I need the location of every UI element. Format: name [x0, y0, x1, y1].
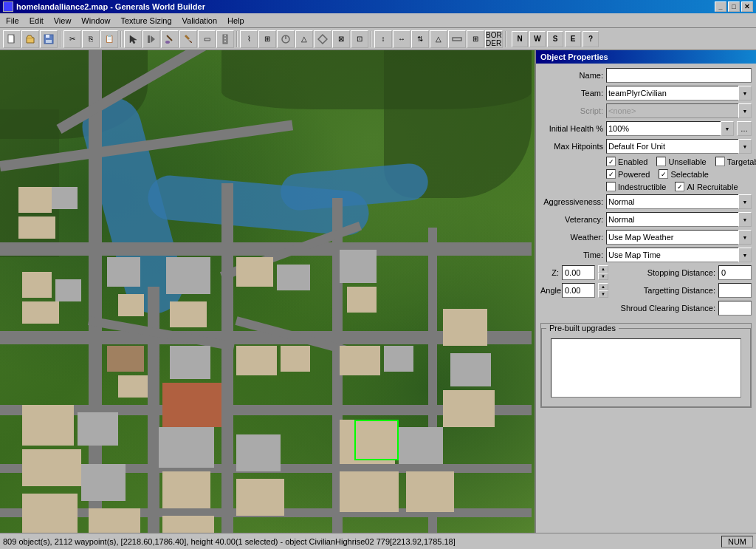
veterancy-select[interactable]: Normal Veteran Elite Heroic	[606, 212, 752, 227]
health-select[interactable]: 100% 75% 50% 25%	[606, 121, 734, 136]
upgrades-group: Pre-built upgrades	[540, 323, 752, 408]
team-select[interactable]: teamPlyrCivilian teamPlayer1 teamPlayer2	[606, 86, 752, 100]
aggressiveness-select[interactable]: Normal Aggressive Passive Alert	[606, 194, 752, 209]
paste-button[interactable]: 📋	[100, 30, 118, 48]
compass-w[interactable]: W	[529, 31, 546, 47]
map-view[interactable]	[0, 50, 535, 533]
tool-3[interactable]	[277, 30, 295, 48]
compass-n[interactable]: N	[512, 31, 528, 47]
powered-checkbox[interactable]	[606, 169, 616, 179]
app-icon	[3, 1, 13, 12]
tool-2[interactable]: ⊞	[258, 30, 276, 48]
toolbar: ✂ ⎘ 📋 ▭ ⌇ ⊞ △ ⊠ ⊡ ↕ ↔ ⇅ △ ⊞ BOR DER N W …	[0, 28, 756, 50]
tool-14[interactable]: BOR DER	[485, 30, 503, 48]
title-bar: homelandalliance2.map - Generals World B…	[0, 0, 756, 13]
toolbar-sep-5	[505, 31, 506, 47]
veterancy-select-wrapper: Normal Veteran Elite Heroic ▼	[606, 212, 752, 227]
menu-edit[interactable]: Edit	[25, 15, 48, 27]
selectable-checkbox[interactable]	[659, 169, 668, 179]
window-title: homelandalliance2.map - Generals World B…	[16, 2, 715, 11]
road-button[interactable]	[216, 30, 234, 48]
angle-input[interactable]	[562, 283, 595, 298]
powered-label: Powered	[618, 170, 650, 179]
enabled-checkbox-item: Enabled	[606, 157, 647, 166]
select-button[interactable]	[124, 30, 142, 48]
ai-recruitable-checkbox[interactable]	[675, 182, 684, 191]
max-hitpoints-label: Max Hitpoints	[540, 142, 603, 151]
tool-4[interactable]: △	[295, 30, 313, 48]
paint-brush-button[interactable]	[161, 30, 179, 48]
compass-s[interactable]: S	[547, 31, 563, 47]
svg-rect-0	[8, 35, 14, 43]
menu-view[interactable]: View	[49, 15, 76, 27]
enabled-label: Enabled	[618, 157, 647, 166]
panel-content: Name: Team: teamPlyrCivilian teamPlayer1…	[536, 64, 756, 415]
angle-down-button[interactable]: ▼	[598, 290, 608, 298]
time-select[interactable]: Use Map Time Day Night Dusk Dawn	[606, 248, 752, 262]
time-label: Time:	[540, 250, 603, 259]
compass-area: N W S E ?	[512, 31, 599, 47]
menu-window[interactable]: Window	[77, 15, 114, 27]
name-input[interactable]	[606, 68, 752, 83]
angle-up-button[interactable]: ▲	[598, 283, 608, 290]
compass-help[interactable]: ?	[583, 31, 599, 47]
targetable-checkbox[interactable]	[715, 157, 725, 166]
save-button[interactable]	[40, 30, 58, 48]
upgrades-box[interactable]	[551, 338, 741, 398]
menu-file[interactable]: File	[1, 15, 24, 27]
object-properties-panel: Object Properties Name: Team: teamPlyrCi…	[535, 50, 756, 533]
checkbox-row-1: Enabled Unsellable Targetable	[606, 157, 752, 166]
shroud-row: Shroud Clearing Distance:	[540, 301, 752, 316]
z-input[interactable]	[562, 265, 595, 280]
fill-button[interactable]	[179, 30, 197, 48]
svg-line-4	[167, 35, 172, 41]
stopping-distance-label: Stopping Distance:	[647, 268, 715, 277]
ai-recruitable-checkbox-item: AI Recruitable	[675, 182, 738, 191]
new-button[interactable]	[3, 30, 21, 48]
tool-8[interactable]: ↕	[374, 30, 392, 48]
tool-13[interactable]: ⊞	[467, 30, 484, 48]
close-button[interactable]: ✕	[741, 1, 753, 12]
hitpoints-select[interactable]: Default For Unit Custom	[606, 139, 752, 154]
tool-6[interactable]: ⊠	[332, 30, 350, 48]
unsellable-checkbox[interactable]	[656, 157, 666, 166]
weather-select[interactable]: Use Map Weather Clear Cloudy Rain Snow	[606, 230, 752, 245]
minimize-button[interactable]: _	[715, 1, 726, 12]
tool-9[interactable]: ↔	[393, 30, 410, 48]
copy-button[interactable]: ⎘	[82, 30, 100, 48]
script-row: Script: <none> ▼	[540, 103, 752, 118]
z-down-button[interactable]: ▼	[598, 273, 608, 280]
svg-rect-3	[46, 40, 52, 43]
menu-texture-sizing[interactable]: Texture Sizing	[116, 15, 176, 27]
health-select-wrapper: 100% 75% 50% 25% ▼	[606, 121, 734, 136]
time-row: Time: Use Map Time Day Night Dusk Dawn ▼	[540, 248, 752, 262]
tool-10[interactable]: ⇅	[411, 30, 429, 48]
compass-e[interactable]: E	[565, 31, 581, 47]
targetting-distance-input[interactable]	[718, 283, 752, 298]
eraser-button[interactable]: ▭	[198, 30, 216, 48]
indestructible-label: Indestructible	[618, 183, 666, 191]
health-extra-button[interactable]: …	[737, 121, 752, 136]
hitpoints-select-wrapper: Default For Unit Custom ▼	[606, 139, 752, 154]
enabled-checkbox[interactable]	[606, 157, 616, 166]
targetting-distance-label: Targetting Distance:	[644, 286, 715, 295]
menu-validation[interactable]: Validation	[178, 15, 222, 27]
weather-row: Weather: Use Map Weather Clear Cloudy Ra…	[540, 230, 752, 245]
tool-5[interactable]	[314, 30, 331, 48]
indestructible-checkbox[interactable]	[606, 182, 616, 191]
stopping-distance-input[interactable]	[718, 265, 752, 280]
maximize-button[interactable]: □	[728, 1, 740, 12]
script-select[interactable]: <none>	[606, 103, 752, 118]
tool-11[interactable]: △	[430, 30, 447, 48]
checkbox-row-3: Indestructible AI Recruitable	[606, 182, 752, 191]
menu-help[interactable]: Help	[223, 15, 249, 27]
tool-12[interactable]	[448, 30, 466, 48]
tool-7[interactable]: ⊡	[351, 30, 368, 48]
shroud-clearing-distance-input[interactable]	[718, 301, 752, 316]
cut-button[interactable]: ✂	[63, 30, 81, 48]
open-button[interactable]	[21, 30, 39, 48]
camera-button[interactable]	[142, 30, 160, 48]
z-up-button[interactable]: ▲	[598, 265, 608, 273]
tool-1[interactable]: ⌇	[240, 30, 258, 48]
weather-label: Weather:	[540, 233, 603, 242]
